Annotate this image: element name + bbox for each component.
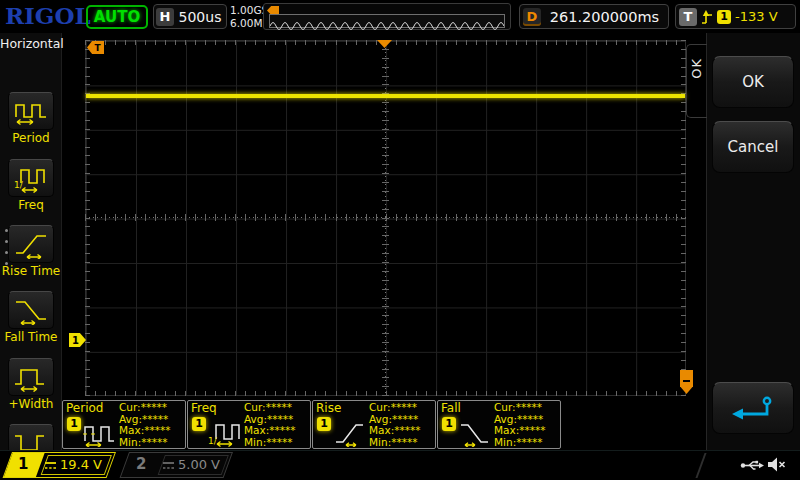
max-value: ***** [269, 424, 295, 436]
channel1-number: 1 [18, 455, 28, 473]
min-value: ***** [391, 436, 417, 448]
svg-text:1/: 1/ [14, 180, 24, 190]
rise-time-icon [332, 417, 368, 447]
measurement-name: Freq [191, 401, 217, 415]
cur-label: Cur: [369, 401, 391, 413]
preview-wave-strip [269, 14, 505, 28]
sidebar-item-label: Fall Time [0, 330, 62, 344]
max-label: Max: [494, 424, 519, 436]
trigger-source-badge: 1 [717, 10, 731, 24]
cur-label: Cur: [494, 401, 516, 413]
ok-button[interactable]: OK [712, 56, 794, 108]
sidebar-item-label: Rise Time [0, 264, 62, 278]
freq-icon: 1/ [207, 417, 243, 447]
speaker-muted-icon [767, 456, 786, 473]
plus-width-button[interactable] [8, 358, 54, 396]
top-status-bar: RIGOL AUTO H 500us 1.00GSa/s 6.00M pts D… [0, 0, 800, 33]
sidebar-item-label: Freq [0, 198, 62, 212]
measurement-values: Cur:***** Avg:***** Max:***** Min:***** [244, 402, 296, 449]
return-arrow-icon [727, 394, 779, 422]
min-label: Min: [494, 436, 516, 448]
dc-coupling-icon [44, 461, 57, 470]
cur-value: ***** [391, 401, 417, 413]
cur-value: ***** [141, 401, 167, 413]
cur-label: Cur: [244, 401, 266, 413]
timebase-value: 500us [174, 9, 226, 25]
channel1-level-marker[interactable]: 1 [69, 333, 86, 347]
svg-text:1/: 1/ [208, 436, 218, 446]
max-label: Max: [244, 424, 269, 436]
avg-label: Avg: [369, 413, 392, 425]
sidebar-item-rise-time[interactable]: Rise Time [0, 225, 62, 278]
cancel-button-label: Cancel [728, 138, 779, 156]
channel-badge: 1 [442, 417, 456, 431]
period-icon [13, 96, 49, 126]
rising-edge-icon [701, 9, 713, 25]
channel-badge: 1 [192, 417, 206, 431]
cancel-button[interactable]: Cancel [712, 121, 794, 173]
channel2-scale-value: 5.00 V [178, 457, 220, 472]
min-value: ***** [516, 436, 542, 448]
min-label: Min: [244, 436, 266, 448]
scroll-indicator-dot [5, 251, 8, 254]
channel-badge: 1 [317, 417, 331, 431]
min-value: ***** [141, 436, 167, 448]
max-label: Max: [369, 424, 394, 436]
avg-value: ***** [392, 413, 418, 425]
max-label: Max: [119, 424, 144, 436]
measure-sidebar: Horizontal Period 1/ Freq [0, 33, 62, 450]
sidebar-item-fall-time[interactable]: Fall Time [0, 291, 62, 344]
trigger-level-value: -133 V [735, 9, 778, 24]
scroll-indicator-dot [5, 240, 8, 243]
max-value: ***** [144, 424, 170, 436]
avg-value: ***** [267, 413, 293, 425]
channel1-waveform-trace [86, 94, 685, 98]
measurement-box-freq[interactable]: Freq 1 1/ Cur:***** Avg:***** Max:***** … [187, 400, 311, 449]
waveform-preview [263, 3, 511, 30]
avg-label: Avg: [244, 413, 267, 425]
measurement-values: Cur:***** Avg:***** Max:***** Min:***** [369, 402, 421, 449]
measurement-name: Rise [316, 401, 341, 415]
sidebar-title: Horizontal [0, 36, 62, 51]
delay-value: 261.200000ms [541, 9, 668, 25]
cur-label: Cur: [119, 401, 141, 413]
trigger-level-marker-bar [683, 380, 690, 382]
fall-time-button[interactable] [8, 291, 54, 329]
scroll-indicator-dot [5, 262, 8, 265]
avg-label: Avg: [119, 413, 142, 425]
measurement-box-period[interactable]: Period 1 Cur:***** Avg:***** Max:***** M… [62, 400, 186, 449]
rise-time-button[interactable] [8, 225, 54, 263]
cur-value: ***** [266, 401, 292, 413]
menu-tab-label: OK [689, 58, 704, 79]
run-status-badge: AUTO [86, 5, 148, 29]
usb-icon [740, 459, 764, 472]
trigger-readout: T 1 -133 V [675, 4, 796, 29]
sidebar-item-freq[interactable]: 1/ Freq [0, 159, 62, 212]
avg-value: ***** [517, 413, 543, 425]
oscilloscope-screen: RIGOL AUTO H 500us 1.00GSa/s 6.00M pts D… [0, 0, 800, 480]
delay-readout: D 261.200000ms [519, 4, 669, 29]
channel1-scale-value: 19.4 V [60, 457, 102, 472]
measurement-box-fall[interactable]: Fall 1 Cur:***** Avg:***** Max:***** Min… [437, 400, 561, 449]
sidebar-item-plus-width[interactable]: +Width [0, 358, 62, 411]
trigger-label: T [679, 8, 697, 26]
dc-coupling-icon [162, 461, 175, 470]
freq-icon: 1/ [13, 163, 49, 193]
measurement-box-rise[interactable]: Rise 1 Cur:***** Avg:***** Max:***** Min… [312, 400, 436, 449]
horizontal-timebase-readout: H 500us [153, 4, 227, 29]
freq-button[interactable]: 1/ [8, 159, 54, 197]
min-label: Min: [369, 436, 391, 448]
sidebar-item-period[interactable]: Period [0, 92, 62, 145]
sidebar-item-label: Period [0, 131, 62, 145]
max-value: ***** [519, 424, 545, 436]
channel-badge: 1 [67, 417, 81, 431]
measurement-name: Period [66, 401, 103, 415]
min-value: ***** [266, 436, 292, 448]
plus-width-icon [13, 362, 49, 392]
menu-back-button[interactable] [712, 382, 794, 434]
sidebar-item-label: +Width [0, 397, 62, 411]
period-button[interactable] [8, 92, 54, 130]
measurement-name: Fall [441, 401, 461, 415]
channel2-number: 2 [136, 455, 146, 473]
avg-value: ***** [142, 413, 168, 425]
